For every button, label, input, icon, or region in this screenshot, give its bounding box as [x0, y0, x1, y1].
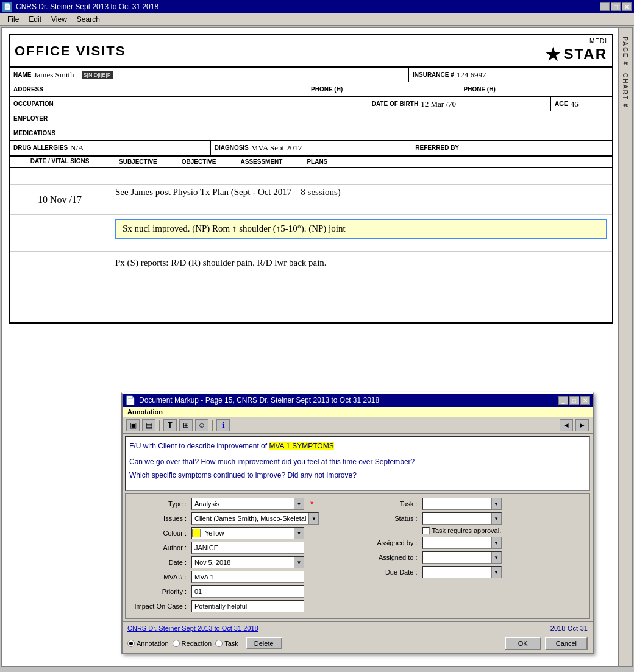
app-icon: 📄	[2, 2, 12, 12]
objective-label: OBJECTIVE	[182, 158, 216, 165]
dialog-window-controls: _ □ ✕	[558, 396, 590, 405]
task-select[interactable]: ▼	[422, 498, 502, 510]
extra-text: Px (S) reports: R/D (R) shoulder pain. R…	[115, 258, 607, 268]
grid-header: DATE / VITAL SIGNS SUBJECTIVE OBJECTIVE …	[10, 157, 612, 168]
issues-arrow[interactable]: ▼	[308, 513, 318, 524]
dialog-close-button[interactable]: ✕	[580, 396, 590, 405]
document-area: PAGE # CHART # OFFICE VISITS MEDI ★ STAR…	[1, 27, 633, 667]
mva-row: MVA # :	[132, 571, 353, 583]
due-date-select[interactable]: ▼	[422, 566, 502, 578]
medications-label: MEDICATIONS	[13, 130, 55, 136]
author-input[interactable]	[191, 542, 304, 554]
phone-h-cell: PHONE (H)	[307, 82, 460, 96]
assigned-by-row: Assigned by : ▼	[363, 537, 584, 549]
dob-label: DATE OF BIRTH	[372, 101, 418, 107]
occupation-label: OCCUPATION	[13, 101, 54, 107]
toolbar-rect-btn[interactable]: ▣	[126, 419, 140, 431]
age-value: 46	[571, 99, 579, 109]
dialog-maximize-button[interactable]: □	[569, 396, 579, 405]
insurance-cell: INSURANCE # 124 6997	[409, 68, 612, 82]
colour-arrow[interactable]: ▼	[294, 528, 304, 539]
toolbar-prev-btn[interactable]: ◄	[560, 419, 573, 431]
menu-view[interactable]: View	[46, 15, 72, 24]
occupation-row: OCCUPATION DATE OF BIRTH 12 Mar /70 AGE …	[10, 97, 612, 111]
age-label: AGE	[555, 101, 568, 107]
assigned-by-arrow[interactable]: ▼	[491, 537, 501, 548]
dialog-toolbar: ▣ ▤ T ⊞ ☺ ℹ ◄ ►	[123, 417, 593, 434]
delete-button[interactable]: Delete	[246, 637, 282, 649]
toolbar-stamp-btn[interactable]: ▤	[142, 419, 155, 431]
insurance-value: 124 6997	[457, 70, 486, 80]
window-title: CNRS Dr. Steiner Sept 2013 to Oct 31 201…	[16, 2, 600, 11]
address-cell: ADDRESS	[10, 82, 307, 96]
dialog-minimize-button[interactable]: _	[558, 396, 568, 405]
status-select[interactable]: ▼	[422, 512, 502, 525]
annotation-tab[interactable]: Annotation	[123, 407, 593, 417]
dialog-form-left-col: Type : Analysis ▼ * Issues : Client (Jam…	[132, 498, 353, 615]
colour-label: Colour :	[132, 529, 187, 537]
toolbar-text-btn[interactable]: T	[163, 419, 177, 431]
close-button[interactable]: ✕	[622, 2, 632, 11]
cancel-button[interactable]: Cancel	[545, 637, 588, 650]
assigned-by-select[interactable]: ▼	[422, 537, 502, 549]
menu-search[interactable]: Search	[72, 15, 105, 24]
dialog-form: Type : Analysis ▼ * Issues : Client (Jam…	[125, 493, 590, 619]
colour-select[interactable]: Yellow ▼	[191, 527, 304, 539]
date-select[interactable]: Nov 5, 2018 ▼	[191, 556, 304, 568]
status-arrow[interactable]: ▼	[491, 513, 501, 524]
radio-annotation-btn[interactable]	[127, 640, 135, 647]
allergies-label: DRUG ALLERGIES	[13, 144, 68, 151]
date-arrow[interactable]: ▼	[294, 557, 304, 568]
dob-value: 12 Mar /70	[421, 99, 456, 109]
author-label: Author :	[132, 544, 187, 551]
dialog-title-label: Document Markup - Page 15, CNRS Dr. Stei…	[139, 396, 379, 405]
occupation-cell: OCCUPATION	[10, 97, 368, 111]
minimize-button[interactable]: _	[600, 2, 610, 11]
insurance-label: INSURANCE #	[413, 71, 454, 78]
radio-annotation[interactable]: Annotation	[127, 640, 169, 647]
impact-row: Impact On Case :	[132, 600, 353, 612]
date-col-header: DATE / VITAL SIGNS	[10, 157, 110, 167]
priority-input[interactable]	[191, 585, 304, 598]
toolbar-grid-btn[interactable]: ⊞	[179, 419, 193, 431]
task-arrow[interactable]: ▼	[491, 498, 501, 509]
toolbar-emoji-btn[interactable]: ☺	[195, 419, 208, 431]
menu-edit[interactable]: Edit	[24, 15, 46, 24]
radio-task[interactable]: Task	[215, 640, 238, 647]
radio-redaction[interactable]: Redaction	[173, 640, 212, 647]
date-value: 10 Nov /17	[38, 194, 82, 205]
task-approval-checkbox[interactable]	[422, 527, 430, 534]
menu-file[interactable]: File	[2, 15, 24, 24]
dialog-form-right-col: Task : ▼ Status : ▼	[363, 498, 584, 615]
ok-button[interactable]: OK	[505, 637, 541, 650]
toolbar-next-btn[interactable]: ►	[575, 419, 589, 431]
type-label: Type :	[132, 500, 187, 508]
dialog-text-content: F/U with Client to describe improvement …	[125, 436, 590, 491]
task-approval-check[interactable]: Task requires approval.	[422, 527, 502, 534]
impact-input[interactable]	[191, 600, 304, 612]
assigned-to-select[interactable]: ▼	[422, 551, 502, 564]
assigned-to-arrow[interactable]: ▼	[491, 552, 501, 563]
footer-link[interactable]: CNRS Dr. Steiner Sept 2013 to Oct 31 201…	[127, 624, 258, 632]
diagnosis-label: DIAGNOSIS	[215, 144, 249, 151]
dialog-footer: CNRS Dr. Steiner Sept 2013 to Oct 31 201…	[123, 621, 593, 634]
colour-row: Colour : Yellow ▼	[132, 527, 353, 539]
priority-row: Priority :	[132, 585, 353, 598]
due-date-arrow[interactable]: ▼	[491, 567, 501, 578]
grid-section: DATE / VITAL SIGNS SUBJECTIVE OBJECTIVE …	[10, 155, 612, 322]
toolbar-info-btn[interactable]: ℹ	[216, 419, 230, 431]
diagnosis-cell: DIAGNOSIS MVA Sept 2017	[211, 141, 412, 155]
window-controls: _ □ ✕	[600, 2, 632, 11]
address-label: ADDRESS	[13, 86, 43, 93]
colour-value: Yellow	[202, 529, 294, 537]
radio-redaction-btn[interactable]	[173, 640, 180, 647]
radio-redaction-label: Redaction	[182, 640, 212, 647]
dialog-titlebar: 📄 Document Markup - Page 15, CNRS Dr. St…	[123, 394, 593, 407]
issues-select[interactable]: Client (James Smith), Musco-Skeletal ▼	[191, 512, 319, 525]
radio-task-btn[interactable]	[215, 640, 223, 647]
maximize-button[interactable]: □	[611, 2, 621, 11]
type-arrow[interactable]: ▼	[294, 498, 304, 509]
page-label: PAGE #	[622, 37, 629, 66]
type-select[interactable]: Analysis ▼	[191, 498, 304, 510]
mva-input[interactable]	[191, 571, 304, 583]
